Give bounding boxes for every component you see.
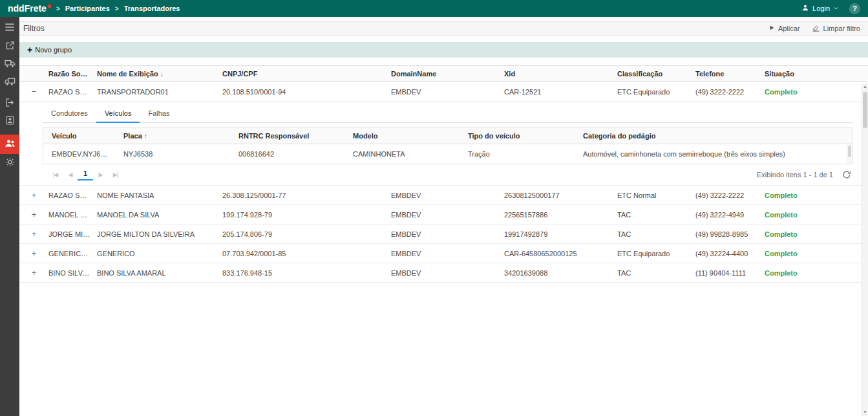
table-row[interactable]: − RAZAO SOCIAL S... TRANSPORTADOR01 20.1… xyxy=(19,82,868,102)
column-header-modelo[interactable]: Modelo xyxy=(344,132,460,140)
tab-veiculos[interactable]: Veículos xyxy=(96,104,140,123)
column-header-domainname[interactable]: DomainName xyxy=(391,70,504,78)
cell-domainname: EMBDEV xyxy=(391,230,504,238)
sidebar-item-export[interactable] xyxy=(0,38,19,56)
column-header-razao-social[interactable]: Razão Social xyxy=(48,70,97,78)
column-label: CNPJ/CPF xyxy=(222,70,257,78)
cell-telefone: (49) 32224-4400 xyxy=(695,250,765,257)
expand-row-button[interactable]: + xyxy=(29,190,39,200)
pager-first-button[interactable]: |◀ xyxy=(48,171,63,178)
column-label: Placa xyxy=(123,132,142,140)
scroll-down-icon[interactable]: ▼ xyxy=(862,408,868,416)
scrollbar-thumb[interactable] xyxy=(848,146,851,157)
cell-tipo-veiculo: Tração xyxy=(460,150,575,158)
table-row[interactable]: + GENERICO TRAN... GENERICO 07.703.942/0… xyxy=(19,244,868,263)
column-label: DomainName xyxy=(391,70,436,78)
column-header-situacao[interactable]: Situação xyxy=(765,70,868,78)
cell-modelo: CAMINHONETA xyxy=(344,150,460,158)
cell-razao-social: MANOEL DA SILVA xyxy=(48,211,97,219)
table-row[interactable]: + BINO SILVA AMA... BINO SILVA AMARAL 83… xyxy=(19,263,868,283)
scrollbar-thumb[interactable] xyxy=(863,92,867,128)
column-label: Xid xyxy=(504,70,515,78)
pager-prev-button[interactable]: ◀ xyxy=(63,171,78,178)
sidebar-item-frete[interactable] xyxy=(0,56,19,74)
column-label: Classificação xyxy=(617,70,662,78)
group-toolbar: + Novo grupo xyxy=(19,42,868,58)
cell-razao-social: RAZAO SOCIAL S... xyxy=(48,88,97,96)
sidebar-item-saida[interactable] xyxy=(0,94,19,113)
tab-condutores[interactable]: Condutores xyxy=(43,104,96,122)
sidebar-item-condutores[interactable] xyxy=(0,113,19,131)
column-header-tipo-veiculo[interactable]: Tipo do veículo xyxy=(460,132,575,140)
refresh-button[interactable] xyxy=(842,170,851,179)
column-header-xid[interactable]: Xid xyxy=(504,70,617,78)
column-label: Situação xyxy=(765,70,794,78)
cell-classificacao: TAC xyxy=(617,269,695,277)
pager-info: Exibindo itens 1 - 1 de 1 xyxy=(757,171,833,179)
cell-nome-exibicao: BINO SILVA AMARAL xyxy=(97,269,222,277)
cell-telefone: (49) 3222-2222 xyxy=(695,88,765,96)
pager-last-button[interactable]: ▶| xyxy=(108,171,123,178)
cell-classificacao: TAC xyxy=(617,211,695,219)
sidebar-menu-toggle[interactable] xyxy=(0,19,19,38)
vehicle-row[interactable]: EMBDEV.NYJ6538 NYJ6538 006816642 CAMINHO… xyxy=(43,144,852,164)
expand-row-button[interactable]: + xyxy=(29,268,39,278)
table-row[interactable]: + JORGE MILTON ... JORGE MILTON DA SILVE… xyxy=(19,224,868,244)
column-header-classificacao[interactable]: Classificação xyxy=(617,70,695,78)
sort-asc-icon: ↑ xyxy=(144,133,147,140)
column-header-cnpj-cpf[interactable]: CNPJ/CPF xyxy=(222,70,391,78)
cell-domainname: EMBDEV xyxy=(391,269,504,277)
sidebar-item-participantes[interactable] xyxy=(0,135,19,154)
main-scrollbar[interactable]: ▲ ▼ xyxy=(862,83,868,416)
main-content: Filtros Aplicar Limpar filtro xyxy=(19,17,868,416)
cell-razao-social: GENERICO TRAN... xyxy=(48,250,97,257)
app-logo[interactable]: nddFrete xyxy=(8,3,51,14)
pager-page-1[interactable]: 1 xyxy=(78,170,93,181)
apply-filter-button[interactable]: Aplicar xyxy=(768,25,800,32)
detail-tabs: Condutores Veículos Falhas xyxy=(43,104,852,123)
vehicles-header-row: Veículo Placa↑ RNTRC Responsável Modelo … xyxy=(43,127,852,144)
cell-xid: 19917492879 xyxy=(504,230,617,238)
new-group-button[interactable]: + Novo grupo xyxy=(27,45,72,54)
cell-telefone: (11) 90404-1111 xyxy=(695,269,765,277)
table-row[interactable]: + MANOEL DA SILVA MANOEL DA SILVA 199.17… xyxy=(19,205,868,224)
expand-row-button[interactable]: + xyxy=(29,210,39,219)
expand-row-button[interactable]: + xyxy=(29,229,39,239)
row-detail-panel: Condutores Veículos Falhas Veículo Placa… xyxy=(19,102,868,186)
cell-xid: CAR-12521 xyxy=(504,88,617,96)
column-header-placa[interactable]: Placa↑ xyxy=(115,132,230,140)
topbar-right: Login ? xyxy=(801,3,860,14)
clear-filter-button[interactable]: Limpar filtro xyxy=(812,24,860,34)
column-header-categoria-pedagio[interactable]: Categoria do pedágio xyxy=(575,132,852,140)
cell-xid: 34201639088 xyxy=(504,269,617,277)
help-button[interactable]: ? xyxy=(849,3,860,14)
tab-falhas[interactable]: Falhas xyxy=(140,104,178,122)
eraser-icon xyxy=(812,24,820,34)
status-badge: Completo xyxy=(765,269,868,277)
expand-row-button[interactable]: + xyxy=(29,248,39,258)
column-header-telefone[interactable]: Telefone xyxy=(695,70,765,78)
column-header-veiculo[interactable]: Veículo xyxy=(43,132,115,140)
column-header-rntrc[interactable]: RNTRC Responsável xyxy=(230,132,344,140)
cell-domainname: EMBDEV xyxy=(391,88,504,96)
breadcrumb-participantes[interactable]: Participantes xyxy=(65,5,110,12)
breadcrumb-transportadores[interactable]: Transportadores xyxy=(124,5,180,12)
cell-domainname: EMBDEV xyxy=(391,250,504,257)
help-icon: ? xyxy=(852,5,857,12)
column-label: RNTRC Responsável xyxy=(238,132,309,140)
login-menu[interactable]: Login xyxy=(801,4,839,13)
table-row[interactable]: + RAZAO SOCIAL NOME FANTASIA 26.308.125/… xyxy=(19,186,868,205)
sidebar-item-configuracoes[interactable] xyxy=(0,154,19,172)
column-header-nome-exibicao[interactable]: Nome de Exibição↓ xyxy=(97,70,222,78)
sidebar-item-cargas[interactable] xyxy=(0,74,19,92)
pager-next-button[interactable]: ▶ xyxy=(93,171,108,178)
cell-cnpj-cpf: 833.176.948-15 xyxy=(222,269,391,277)
settings-gear-icon xyxy=(5,157,15,170)
cell-cnpj-cpf: 205.174.806-79 xyxy=(222,230,391,238)
scroll-up-icon[interactable]: ▲ xyxy=(862,83,868,91)
cell-domainname: EMBDEV xyxy=(391,211,504,219)
vehicles-table-scrollbar[interactable] xyxy=(847,145,852,164)
collapse-row-button[interactable]: − xyxy=(29,87,39,96)
cell-xid: 22565157886 xyxy=(504,211,617,219)
breadcrumb-separator-icon: > xyxy=(115,5,119,12)
